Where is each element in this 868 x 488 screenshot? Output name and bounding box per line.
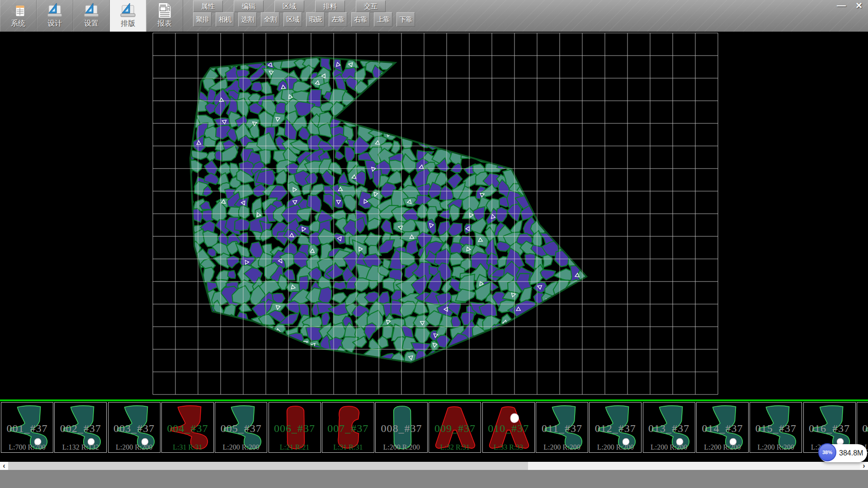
tool-button-7[interactable]: 左靠 xyxy=(329,12,347,27)
tab-label: 设置 xyxy=(84,19,99,28)
scroll-right-icon[interactable]: › xyxy=(860,462,868,470)
piece-id-label: 011_#37 xyxy=(536,422,588,435)
tool-button-6[interactable]: 瑕疵 xyxy=(306,12,325,27)
piece-id-label: 003_#37 xyxy=(108,422,160,435)
piece-size-label: L:32 R:31 xyxy=(429,443,481,451)
minimize-icon[interactable]: — xyxy=(835,1,848,11)
piece-thumbnail-13[interactable]: 013_#37L:200 R:200 xyxy=(643,402,695,453)
piece-thumbnail-11[interactable]: 011_#37L:200 R:200 xyxy=(536,402,588,453)
titlebar: 系统设计设置排版报表 属性编辑区域排料交互 聚排相机选割全割区域瑕疵左靠右靠上靠… xyxy=(0,0,868,32)
piece-id-label: 002_#37 xyxy=(55,422,106,435)
progress-overlay[interactable]: 38% 384.8M xyxy=(819,444,867,462)
menu-item-3[interactable]: 区域 xyxy=(274,0,304,12)
tab-2[interactable]: 设计 xyxy=(37,0,73,32)
piece-size-label: L:200 R:200 xyxy=(697,443,748,451)
piece-size-label: L:31 R:31 xyxy=(322,443,374,451)
tool-button-2[interactable]: 相机 xyxy=(216,12,234,27)
piece-thumbnail-3[interactable]: 003_#37L:200 R:200 xyxy=(108,402,160,453)
menu-item-2[interactable]: 编辑 xyxy=(234,0,264,12)
scroll-track[interactable] xyxy=(8,462,860,470)
piece-size-label: L:700 R:700 xyxy=(1,443,53,451)
piece-size-label: L:200 R:200 xyxy=(750,443,802,451)
menu-item-5[interactable]: 交互 xyxy=(356,0,386,12)
piece-id-label: 004_#37 xyxy=(162,422,213,435)
system-icon xyxy=(9,2,27,19)
piece-id-label: 014_#37 xyxy=(697,422,748,435)
tab-label: 系统 xyxy=(11,19,25,28)
horizontal-scrollbar[interactable]: ‹ › xyxy=(0,462,868,470)
piece-size-label: L:200 R:200 xyxy=(643,443,695,451)
progress-percent-badge: 38% xyxy=(818,443,836,461)
tab-1[interactable]: 系统 xyxy=(0,0,37,32)
window-controls: — × xyxy=(835,0,866,12)
piece-id-label: 013_#37 xyxy=(643,422,695,435)
tool-button-10[interactable]: 下靠 xyxy=(396,12,415,27)
piece-thumbnail-1[interactable]: 001_#37L:700 R:700 xyxy=(1,402,53,453)
piece-id-label: 008_#37 xyxy=(376,422,427,435)
tab-label: 设计 xyxy=(47,19,62,28)
piece-id-label: 006_#37 xyxy=(269,422,321,435)
menu-bar: 属性编辑区域排料交互 xyxy=(193,0,386,12)
piece-id-label: 005_#37 xyxy=(215,422,267,435)
tool-button-3[interactable]: 选割 xyxy=(238,12,257,27)
piece-id-label: 007_#37 xyxy=(322,422,374,435)
piece-size-label: L:33 R:33 xyxy=(483,443,534,451)
piece-thumbnail-9[interactable]: 009_#37L:32 R:31 xyxy=(429,402,481,453)
piece-size-label: L:200 R:200 xyxy=(590,443,641,451)
tool-bar: 聚排相机选割全割区域瑕疵左靠右靠上靠下靠 xyxy=(193,12,415,26)
memory-usage-label: 384.8M xyxy=(839,444,863,462)
menu-item-1[interactable]: 属性 xyxy=(193,0,223,12)
piece-thumbnail-7[interactable]: 007_#37L:31 R:31 xyxy=(322,402,374,453)
close-icon[interactable]: × xyxy=(852,1,866,11)
tool-button-1[interactable]: 聚排 xyxy=(193,12,212,27)
tool-button-9[interactable]: 上靠 xyxy=(374,12,392,27)
strip-gap xyxy=(0,454,868,462)
piece-size-label: L:200 R:200 xyxy=(536,443,588,451)
piece-id-label: 015_#37 xyxy=(750,422,802,435)
piece-thumbnail-10[interactable]: 010_#37L:33 R:33 xyxy=(482,402,535,453)
scroll-thumb[interactable] xyxy=(8,462,528,470)
menu-item-4[interactable]: 排料 xyxy=(315,0,345,12)
ruler-icon xyxy=(46,2,64,19)
hide-nesting-view xyxy=(0,32,868,399)
piece-thumbnail-2[interactable]: 002_#37L:132 R:132 xyxy=(54,402,107,453)
tool-button-8[interactable]: 右靠 xyxy=(351,12,370,27)
piece-id-label: 010_#37 xyxy=(483,422,534,435)
tab-label: 排版 xyxy=(121,19,135,28)
tab-4[interactable]: 排版 xyxy=(110,0,146,32)
piece-id-label: 001_#37 xyxy=(1,422,53,435)
piece-thumbnail-6[interactable]: 006_#37L:21 R:21 xyxy=(269,402,321,453)
piece-size-label: L:200 R:200 xyxy=(215,443,267,451)
status-footer xyxy=(0,470,868,488)
piece-id-label: 009_#37 xyxy=(429,422,481,435)
piece-thumbnail-14[interactable]: 014_#37L:200 R:200 xyxy=(696,402,749,453)
nav-tabs: 系统设计设置排版报表 xyxy=(0,0,183,32)
piece-size-label: L:31 R:31 xyxy=(162,443,213,451)
tool-button-4[interactable]: 全割 xyxy=(261,12,279,27)
nesting-canvas[interactable] xyxy=(0,32,868,399)
piece-thumbnail-12[interactable]: 012_#37L:200 R:200 xyxy=(589,402,642,453)
piece-thumbnail-15[interactable]: 015_#37L:200 R:200 xyxy=(750,402,802,453)
piece-thumbnail-8[interactable]: 008_#37L:200 R:200 xyxy=(375,402,428,453)
tab-label: 报表 xyxy=(157,19,172,28)
piece-id-label: 012_#37 xyxy=(590,422,641,435)
ruler-icon xyxy=(82,2,100,19)
piece-id-label: 016_#37 xyxy=(804,422,855,435)
pieces-strip: 001_#37L:700 R:700002_#37L:132 R:132003_… xyxy=(0,399,868,454)
ruler-icon xyxy=(119,2,137,19)
report-icon xyxy=(156,2,174,19)
piece-id-label: 017_#37 xyxy=(857,422,868,435)
scroll-left-icon[interactable]: ‹ xyxy=(0,462,8,470)
piece-size-label: L:21 R:21 xyxy=(269,443,321,451)
piece-size-label: L:132 R:132 xyxy=(55,443,106,451)
tab-5[interactable]: 报表 xyxy=(146,0,183,32)
piece-size-label: L:200 R:200 xyxy=(108,443,160,451)
piece-thumbnail-5[interactable]: 005_#37L:200 R:200 xyxy=(215,402,267,453)
piece-thumbnail-4[interactable]: 004_#37L:31 R:31 xyxy=(161,402,214,453)
tab-3[interactable]: 设置 xyxy=(73,0,110,32)
tool-button-5[interactable]: 区域 xyxy=(283,12,302,27)
piece-size-label: L:200 R:200 xyxy=(376,443,427,451)
